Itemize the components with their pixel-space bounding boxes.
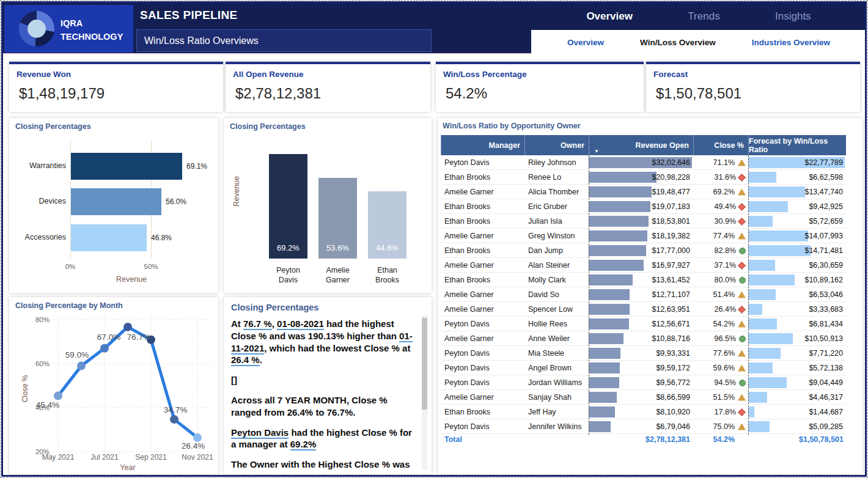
cell-forecast: $6,81,434 bbox=[748, 317, 846, 331]
tab-trends[interactable]: Trends bbox=[688, 10, 719, 23]
revenue-value: $17,77,000 bbox=[652, 243, 690, 258]
table-row[interactable]: Amelie GarnerSpencer Low$12,63,95126.4%$… bbox=[441, 302, 846, 317]
cell-revenue-open: $12,71,107 bbox=[589, 287, 693, 302]
table-row[interactable]: Peyton DavisJordan Williams$9,56,77294.5… bbox=[441, 375, 846, 390]
cell-close-pct: 77.4% bbox=[693, 229, 748, 243]
revenue-value: $12,56,671 bbox=[652, 317, 690, 331]
forecast-data-bar bbox=[748, 348, 781, 359]
cell-manager: Amelie Garner bbox=[441, 258, 524, 273]
bar-devices[interactable] bbox=[71, 188, 161, 215]
tab-insights[interactable]: Insights bbox=[775, 10, 811, 23]
table-row[interactable]: Ethan BrooksJulian Isla$18,53,80130.9%$5… bbox=[441, 214, 846, 229]
forecast-value: $22,77,789 bbox=[804, 155, 843, 170]
column-header-close-[interactable]: Close % bbox=[693, 135, 748, 155]
kpi-label: All Open Revenue bbox=[233, 70, 304, 79]
table-row[interactable]: Peyton DavisRiley Johnson$32,02,64671.1%… bbox=[441, 155, 846, 170]
cell-owner: Angel Brown bbox=[524, 361, 589, 375]
kpi-card-all-open-revenue: All Open Revenue $2,78,12,381 bbox=[226, 62, 430, 112]
forecast-data-bar bbox=[748, 245, 811, 256]
narrative-title: Closing Percentages bbox=[231, 303, 318, 312]
scrollbar-thumb[interactable] bbox=[422, 318, 427, 410]
cell-revenue-open: $6,79,046 bbox=[589, 419, 693, 434]
data-point-jun-2021[interactable] bbox=[77, 362, 86, 370]
data-point-jul-2021[interactable] bbox=[100, 344, 109, 353]
subtab-industries-overview[interactable]: Industries Overview bbox=[752, 38, 830, 47]
table-row[interactable]: Peyton DavisJennifer Wilkins$6,79,04675.… bbox=[441, 419, 846, 434]
revenue-data-bar bbox=[589, 348, 620, 359]
cell-manager: Peyton Davis bbox=[441, 317, 524, 331]
cell-close-pct: 37.1% bbox=[693, 258, 748, 273]
column-header-revenue-open[interactable]: Revenue Open▼ bbox=[589, 135, 693, 155]
bar-accessories[interactable] bbox=[71, 224, 147, 251]
table-row[interactable]: Ethan BrooksMolly Clark$13,61,45280.0%$1… bbox=[441, 273, 846, 287]
column-header-forecast-by-win-loss-ratio[interactable]: Forecast by Win/Loss Ratio bbox=[748, 135, 846, 155]
cell-forecast: $14,71,481 bbox=[748, 243, 846, 258]
cell-close-pct: 80.0% bbox=[693, 273, 748, 287]
status-circle-icon bbox=[739, 380, 746, 386]
table-row[interactable]: Amelie GarnerAlan Steiner$16,97,92737.1%… bbox=[441, 258, 846, 273]
x-axis-title: Revenue bbox=[83, 275, 180, 284]
revenue-data-bar bbox=[589, 216, 649, 227]
table-row[interactable]: Ethan BrooksRenee Lo$20,98,22831.6%$6,62… bbox=[441, 170, 846, 185]
company-logo: IQRA TECHNOLOGY bbox=[4, 5, 133, 53]
forecast-value: $13,47,740 bbox=[804, 185, 843, 199]
revenue-data-bar bbox=[589, 406, 615, 417]
cell-close-pct: 82.8% bbox=[693, 243, 748, 258]
cell-revenue-open: $19,07,183 bbox=[589, 199, 693, 214]
data-point-may-2021[interactable] bbox=[54, 392, 62, 400]
table-row[interactable]: Peyton DavisHollie Rees$12,56,67154.2%$6… bbox=[441, 317, 846, 331]
forecast-value: $5,72,659 bbox=[809, 214, 843, 229]
status-triangle-icon bbox=[738, 160, 746, 166]
subtab-overview[interactable]: Overview bbox=[567, 38, 604, 47]
kpi-value: $2,78,12,381 bbox=[235, 85, 321, 102]
status-diamond-icon bbox=[738, 262, 746, 270]
table-row[interactable]: Ethan BrooksJeff Hay$8,10,92017.8%$1,44,… bbox=[441, 405, 846, 419]
x-tick-Nov 2021: Nov 2021 bbox=[182, 453, 213, 461]
table-row[interactable]: Ethan BrooksDan Jump$17,77,00082.8%$14,7… bbox=[441, 243, 846, 258]
table-row[interactable]: Amelie GarnerGreg Winston$18,19,38277.4%… bbox=[441, 229, 846, 243]
cell-revenue-open: $12,63,951 bbox=[589, 302, 693, 317]
kpi-value: 54.2% bbox=[446, 85, 487, 102]
cell-owner: Julian Isla bbox=[524, 214, 589, 229]
data-point-aug-2021[interactable] bbox=[123, 323, 132, 331]
table-row[interactable]: Amelie GarnerDavid So$12,71,10751.4%$6,5… bbox=[441, 287, 846, 302]
cell-close-pct: 51.5% bbox=[693, 390, 748, 405]
table-row[interactable]: Amelie GarnerAlicia Thomber$19,48,47769.… bbox=[441, 185, 846, 199]
cell-manager: Ethan Brooks bbox=[441, 273, 524, 287]
column-header-manager[interactable]: Manager bbox=[441, 135, 524, 155]
table-row[interactable]: Ethan BrooksEric Gruber$19,07,18349.4%$9… bbox=[441, 199, 846, 214]
tab-overview[interactable]: Overview bbox=[586, 10, 633, 23]
column-header-owner[interactable]: Owner bbox=[524, 135, 589, 155]
cell-revenue-open: $9,56,772 bbox=[589, 375, 693, 390]
close-pct-value: 96.5% bbox=[715, 334, 736, 343]
close-pct-value: 71.1% bbox=[713, 158, 735, 167]
bar-warranties[interactable] bbox=[71, 153, 182, 180]
narrative-text: The Owner with the Highest Close % was bbox=[231, 459, 410, 469]
cell-owner: Mia Steele bbox=[524, 346, 589, 361]
cell-owner: Jordan Williams bbox=[524, 375, 589, 390]
kpi-label: Win/Loss Percentage bbox=[443, 70, 526, 79]
cell-revenue-open: $9,59,172 bbox=[589, 361, 693, 375]
status-diamond-icon bbox=[738, 203, 746, 211]
cell-close-pct: 96.5% bbox=[693, 331, 748, 346]
cell-revenue-open: $20,98,228 bbox=[589, 170, 693, 185]
cell-owner: Spencer Low bbox=[524, 302, 589, 317]
table-row[interactable]: Amelie GarnerAnne Weiler$10,88,71696.5%$… bbox=[441, 331, 846, 346]
status-triangle-icon bbox=[738, 424, 746, 430]
table-row[interactable]: Peyton DavisAngel Brown$9,59,17259.6%$5,… bbox=[441, 361, 846, 375]
data-point-oct-2021[interactable] bbox=[170, 415, 178, 424]
cell-close-pct: 54.2% bbox=[693, 317, 748, 331]
cell-manager: Amelie Garner bbox=[441, 185, 524, 199]
x-tick-50pct: 50% bbox=[139, 263, 163, 270]
data-point-nov-2021[interactable] bbox=[193, 433, 202, 442]
total-revenue-open: $2,78,12,381 bbox=[589, 435, 690, 451]
cell-forecast: $6,53,046 bbox=[748, 287, 846, 302]
narrative-dynamic-value: 76.7 % bbox=[243, 318, 272, 330]
cell-owner: Sanjay Shah bbox=[524, 390, 589, 405]
point-label-jul-2021: 67.0% bbox=[97, 333, 120, 342]
table-row[interactable]: Peyton DavisMia Steele$9,93,33177.6%$7,7… bbox=[441, 346, 846, 361]
total-label: Total bbox=[444, 435, 462, 451]
subtab-winloss-overview[interactable]: Win/Loss Overview bbox=[640, 38, 716, 47]
line-chart-canvas: 20%40%60%80%May 2021Jul 2021Sep 2021Nov … bbox=[9, 297, 218, 474]
table-row[interactable]: Amelie GarnerSanjay Shah$8,66,59951.5%$4… bbox=[441, 390, 846, 405]
